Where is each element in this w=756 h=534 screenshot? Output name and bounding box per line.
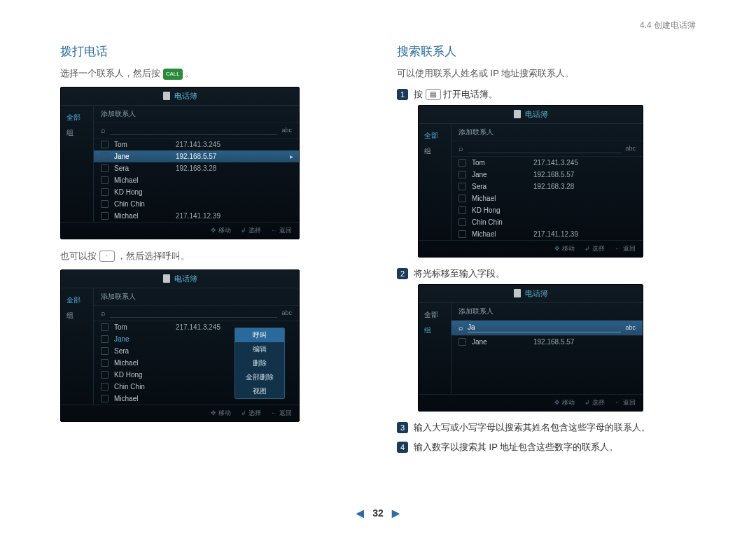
list-item[interactable]: KD Hong xyxy=(94,186,299,198)
search-input[interactable] xyxy=(110,309,277,318)
list-item[interactable]: Jane192.168.5.57 xyxy=(451,169,643,181)
checkbox[interactable] xyxy=(101,359,108,367)
checkbox[interactable] xyxy=(101,176,108,184)
ctx-edit[interactable]: 编辑 xyxy=(235,342,284,356)
call-key-icon: CALL xyxy=(163,69,183,80)
checkbox[interactable] xyxy=(458,218,466,226)
contact-name: KD Hong xyxy=(472,206,528,214)
checkbox[interactable] xyxy=(101,164,108,172)
contact-name: Michael xyxy=(472,195,528,202)
sidebar-all[interactable]: 全部 xyxy=(419,307,451,323)
checkbox[interactable] xyxy=(101,371,108,379)
sidebar-all[interactable]: 全部 xyxy=(61,110,93,125)
add-contact-row[interactable]: 添加联系人 xyxy=(94,106,299,123)
checkbox[interactable] xyxy=(458,171,466,178)
text: 按 xyxy=(414,89,423,99)
contact-list: Tom217.141.3.245 Jane192.168.5.57 Sera19… xyxy=(451,157,643,240)
checkbox[interactable] xyxy=(458,159,466,167)
checkbox[interactable] xyxy=(458,195,466,202)
list-item[interactable]: Michael xyxy=(451,192,643,204)
sidebar: 全部 组 xyxy=(61,288,94,405)
ctx-delete-all[interactable]: 全部删除 xyxy=(235,370,284,384)
checkbox[interactable] xyxy=(458,206,466,214)
contact-name: Chin Chin xyxy=(472,218,528,226)
phonebook-icon xyxy=(514,110,521,118)
contact-name: Michael xyxy=(114,212,170,220)
checkbox[interactable] xyxy=(101,323,108,331)
search-input[interactable] xyxy=(110,126,277,135)
list-item[interactable]: Chin Chin xyxy=(451,216,643,228)
search-row[interactable]: ⌕ abc xyxy=(451,141,643,157)
checkbox[interactable] xyxy=(458,338,466,346)
list-item[interactable]: KD Hong xyxy=(451,204,643,216)
checkbox[interactable] xyxy=(101,212,108,220)
checkbox[interactable] xyxy=(101,188,108,196)
checkbox[interactable] xyxy=(101,383,108,391)
sidebar-group[interactable]: 组 xyxy=(419,143,451,159)
text: 选择一个联系人，然后按 xyxy=(60,68,160,78)
ctx-call[interactable]: 呼叫 xyxy=(235,328,284,342)
step-badge: 4 xyxy=(397,442,408,453)
list-item[interactable]: Tom217.141.3.245 xyxy=(451,157,643,169)
step-badge: 2 xyxy=(397,268,408,279)
title-text: 电话簿 xyxy=(525,288,548,299)
checkbox[interactable] xyxy=(101,141,108,148)
search-input[interactable] xyxy=(468,144,621,153)
sidebar-group[interactable]: 组 xyxy=(419,323,451,338)
foot-select: 选择 xyxy=(241,409,261,418)
list-item[interactable]: Tom217.141.3.245 xyxy=(94,139,299,150)
search-input[interactable]: Ja xyxy=(468,323,621,332)
checkbox[interactable] xyxy=(458,183,466,190)
ctx-view[interactable]: 视图 xyxy=(235,384,284,398)
phonebook-icon xyxy=(163,92,170,100)
sidebar-all[interactable]: 全部 xyxy=(61,293,93,308)
panel-title: 电话簿 xyxy=(419,285,643,303)
list-item[interactable]: Michael xyxy=(94,174,299,186)
checkbox[interactable] xyxy=(458,230,466,238)
search-row[interactable]: ⌕ abc xyxy=(94,123,299,139)
contact-ip: 217.141.3.245 xyxy=(176,141,292,148)
sidebar-all[interactable]: 全部 xyxy=(419,128,451,143)
contact-name: Jane xyxy=(114,335,170,343)
panel-footer: 移动 选择 返回 xyxy=(419,240,643,257)
checkbox[interactable] xyxy=(101,200,108,208)
abc-label: abc xyxy=(625,324,636,331)
list-item[interactable]: Jane192.168.5.57 xyxy=(451,336,643,348)
contact-name: Sera xyxy=(114,164,170,172)
contact-name: Michael xyxy=(114,359,170,367)
checkbox[interactable] xyxy=(101,335,108,343)
search-row[interactable]: ⌕ abc xyxy=(94,306,299,321)
phonebook-key-icon: ▤ xyxy=(426,89,441,100)
alt-instruction: 也可以按 · ，然后选择呼叫。 xyxy=(60,249,359,264)
next-page-button[interactable]: ▶ xyxy=(392,507,400,519)
list-item[interactable]: Michael217.141.12.39 xyxy=(451,228,643,240)
list-item[interactable]: Michael217.141.12.39 xyxy=(94,210,299,222)
search-icon: ⌕ xyxy=(101,309,106,317)
contact-name: Sera xyxy=(114,347,170,355)
list-item[interactable]: Chin Chin xyxy=(94,198,299,210)
add-contact-row[interactable]: 添加联系人 xyxy=(451,124,643,141)
contact-name: Jane xyxy=(472,171,528,178)
list-item[interactable]: Sera192.168.3.28 xyxy=(94,162,299,174)
add-contact-row[interactable]: 添加联系人 xyxy=(451,303,643,321)
sidebar-group[interactable]: 组 xyxy=(61,308,93,323)
contact-name: KD Hong xyxy=(114,371,170,379)
foot-move: 移动 xyxy=(554,244,575,253)
add-contact-row[interactable]: 添加联系人 xyxy=(94,288,299,306)
list-item[interactable]: Sera192.168.3.28 xyxy=(451,181,643,192)
search-icon: ⌕ xyxy=(458,144,463,153)
list-item[interactable]: Jane192.168.5.57▸ xyxy=(94,150,299,162)
prev-page-button[interactable]: ◀ xyxy=(356,507,364,519)
checkbox[interactable] xyxy=(101,153,108,160)
sidebar: 全部 组 xyxy=(419,303,451,394)
search-row[interactable]: ⌕ Ja abc xyxy=(451,321,643,336)
checkbox[interactable] xyxy=(101,395,108,402)
dot-key-icon: · xyxy=(99,251,115,262)
sidebar-group[interactable]: 组 xyxy=(61,125,93,141)
ctx-delete[interactable]: 删除 xyxy=(235,356,284,370)
checkbox[interactable] xyxy=(101,347,108,355)
foot-back: 返回 xyxy=(271,226,292,235)
contact-name: Tom xyxy=(114,323,170,331)
text: 。 xyxy=(185,68,194,78)
contact-ip: 192.168.5.57 xyxy=(176,153,292,160)
